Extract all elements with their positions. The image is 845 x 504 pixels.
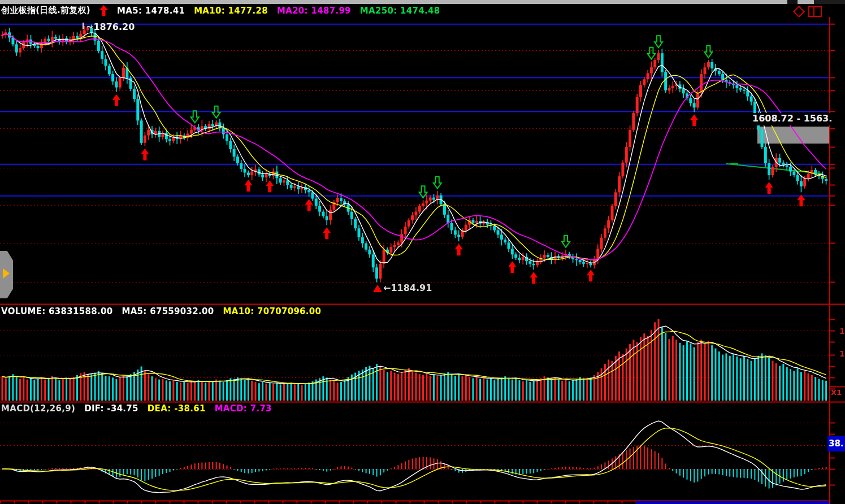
macd-header: MACD(12,26,9) DIF: -34.75 DEA: -38.61 MA… [1,403,272,414]
macd-value: MACD: 7.73 [215,403,272,414]
dea-value: DEA: -38.61 [148,403,206,414]
expander-arrow-icon [3,268,10,279]
price-range-tooltip: 1608.72 - 1563. [752,113,845,125]
trading-app-screen: 创业板指(日线.前复权) MA5: 1478.41 MA10: 1477.28 … [0,0,845,504]
dea-axis-badge: 38. [827,436,845,451]
dif-value: DIF: -34.75 [84,403,138,414]
ma5-value: MA5: 1478.41 [117,6,185,16]
chart-canvas[interactable] [0,0,845,504]
instrument-title: 创业板指(日线.前复权) [1,5,90,16]
volume-ma5-value: MA5: 67559032.00 [122,306,214,316]
high-price-tick [83,23,84,29]
main-chart-header: 创业板指(日线.前复权) MA5: 1478.41 MA10: 1477.28 … [1,5,440,16]
macd-name: MACD(12,26,9) [1,403,75,414]
volume-axis-label-1: 1 [839,327,845,336]
split-window-icon-bar [813,7,814,16]
volume-ma10-value: MA10: 70707096.00 [223,306,322,316]
ma250-value: MA250: 1474.48 [360,6,440,16]
volume-header: VOLUME: 63831588.00 MA5: 67559032.00 MA1… [1,306,321,316]
ma20-value: MA20: 1487.99 [277,6,351,16]
high-price-label: ~1876.20 [86,21,135,32]
left-panel-expander[interactable] [0,251,13,298]
split-window-icon[interactable] [808,6,822,17]
low-price-label: ←1184.91 [373,283,432,293]
volume-multiplier-label: X1 [831,388,845,397]
low-price-text: ←1184.91 [383,283,432,293]
volume-value: VOLUME: 63831588.00 [1,306,112,316]
low-triangle-icon [373,285,382,292]
ma10-value: MA10: 1477.28 [194,6,268,16]
volume-axis-label-2: 1 [839,349,845,358]
trend-up-icon [99,5,108,16]
